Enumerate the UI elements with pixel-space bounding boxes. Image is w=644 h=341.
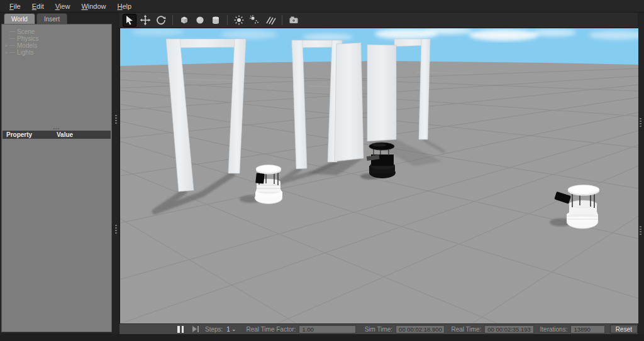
tree-branch-line <box>9 45 15 46</box>
iterations-field[interactable]: 13890 <box>570 325 604 333</box>
tree-item-label: Scene <box>17 28 35 35</box>
real-time-factor-field[interactable]: 1.00 <box>299 325 355 333</box>
tree-branch-line <box>9 52 15 53</box>
panel-tabs: World Insert <box>4 13 67 24</box>
box-icon <box>179 14 190 26</box>
menu-view[interactable]: View <box>50 1 76 11</box>
steps-value[interactable]: 1 <box>226 326 230 333</box>
steps-dropdown-caret-icon[interactable]: ⌄ <box>231 327 236 331</box>
simulation-status-bar: Steps: 1 ⌄ Real Time Factor: 1.00 Sim Ti… <box>119 323 638 334</box>
point-light-button[interactable] <box>232 14 246 27</box>
main-area: Steps: 1 ⌄ Real Time Factor: 1.00 Sim Ti… <box>119 13 638 334</box>
world-tree: Scene Physics ▸ Models ▸ Lights <box>2 24 111 56</box>
left-panel: World Insert Scene Physics ▸ Models <box>0 13 113 334</box>
directional-light-button[interactable] <box>264 14 277 27</box>
screenshot-button[interactable] <box>287 14 301 27</box>
step-icon-bar <box>197 326 199 332</box>
expand-arrow-icon[interactable]: ▸ <box>4 50 9 55</box>
rotate-arrows-icon <box>155 14 167 26</box>
real-time-label: Real Time: <box>451 326 481 333</box>
point-light-icon <box>233 14 245 26</box>
splitter-grip[interactable] <box>115 225 117 234</box>
wall-panel-2[interactable] <box>367 45 396 141</box>
menu-bar: File Edit View Window Help <box>0 0 644 13</box>
pause-button[interactable] <box>177 325 184 333</box>
sim-time-field[interactable]: 00 00:02:18.900 <box>396 325 445 333</box>
tree-item-scene[interactable]: Scene <box>2 28 111 35</box>
robot-camera <box>255 173 265 183</box>
splitter-grip[interactable] <box>115 115 117 124</box>
tree-item-models[interactable]: ▸ Models <box>2 42 111 49</box>
cylinder-tool-button[interactable] <box>209 14 223 27</box>
sphere-tool-button[interactable] <box>193 14 207 27</box>
menu-edit[interactable]: Edit <box>26 1 50 11</box>
step-icon <box>192 326 197 332</box>
tree-branch-line <box>9 38 15 39</box>
menu-help[interactable]: Help <box>112 1 138 11</box>
render-toolbar <box>119 13 638 28</box>
steps-label: Steps: <box>205 326 223 333</box>
step-forward-button[interactable] <box>192 326 199 332</box>
menu-window[interactable]: Window <box>75 1 111 11</box>
tree-branch-line <box>9 31 15 32</box>
directional-light-icon <box>265 14 276 26</box>
tree-item-label: Lights <box>17 49 34 56</box>
toolbar-separator <box>227 15 228 25</box>
move-arrows-icon <box>140 14 151 26</box>
render-viewport-3d[interactable] <box>119 28 638 323</box>
gazebo-window: File Edit View Window Help World Insert … <box>0 0 644 341</box>
spot-light-button[interactable] <box>248 14 262 27</box>
world-tree-panel: Scene Physics ▸ Models ▸ Lights <box>1 24 112 332</box>
menu-file[interactable]: File <box>4 1 26 11</box>
property-column-header: Property <box>3 131 54 138</box>
reset-button[interactable]: Reset <box>610 325 638 333</box>
cursor-arrow-icon <box>124 14 135 26</box>
simulation-scene <box>120 28 638 323</box>
splitter-grip[interactable] <box>640 226 641 235</box>
tab-insert[interactable]: Insert <box>36 13 67 24</box>
left-splitter-strip <box>113 13 119 334</box>
cylinder-icon <box>210 14 221 26</box>
expand-arrow-icon[interactable]: ▸ <box>4 43 9 48</box>
wall-panel-1[interactable] <box>335 43 364 161</box>
real-time-field[interactable]: 00 00:02:35.193 <box>484 325 533 333</box>
tab-world[interactable]: World <box>4 13 35 24</box>
property-table-header: Property Value <box>3 131 111 139</box>
real-time-factor-label: Real Time Factor: <box>246 326 296 333</box>
rotate-tool-button[interactable] <box>154 14 168 27</box>
sphere-icon <box>194 14 206 26</box>
toolbar-separator <box>282 15 282 25</box>
panel-splitter-handle[interactable]: ••• <box>2 127 111 130</box>
window-bottom-frame <box>0 334 644 341</box>
value-column-header: Value <box>54 131 73 138</box>
splitter-grip[interactable] <box>640 118 641 127</box>
iterations-label: Iterations: <box>540 326 568 333</box>
tree-item-label: Physics <box>17 35 38 42</box>
right-splitter-strip <box>638 13 644 334</box>
camera-icon <box>288 14 299 26</box>
tree-item-lights[interactable]: ▸ Lights <box>2 49 111 56</box>
box-tool-button[interactable] <box>177 14 191 27</box>
translate-tool-button[interactable] <box>138 14 152 27</box>
tree-item-label: Models <box>17 42 37 49</box>
spot-light-icon <box>249 14 260 26</box>
sim-time-label: Sim Time: <box>365 326 392 333</box>
tree-item-physics[interactable]: Physics <box>2 35 111 42</box>
toolbar-separator <box>172 15 173 25</box>
select-tool-button[interactable] <box>123 14 136 27</box>
